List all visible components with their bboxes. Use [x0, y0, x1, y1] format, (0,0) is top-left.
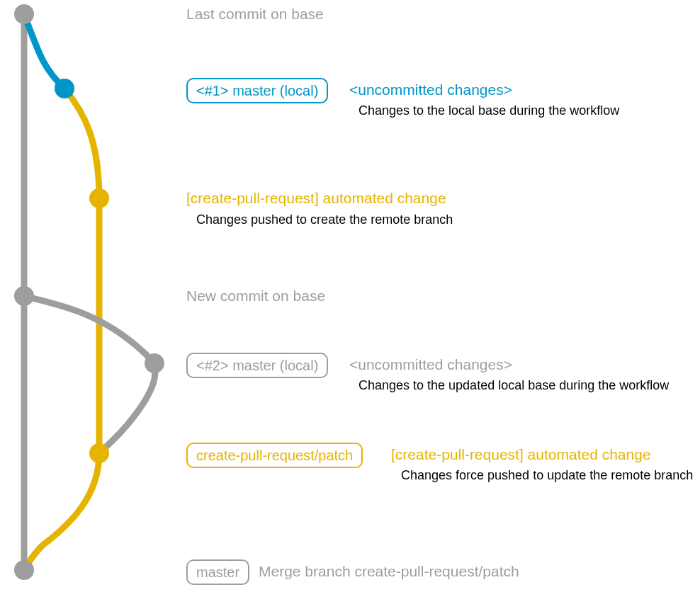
row-cpr-2-message: [create-pull-request] automated change: [391, 446, 651, 463]
line-gold-branch: [24, 89, 99, 570]
row-cpr-1-message: [create-pull-request] automated change: [186, 190, 446, 207]
row-local-2-subtext: Changes to the updated local base during…: [359, 378, 669, 393]
row-cpr-1-subtext: Changes pushed to create the remote bran…: [196, 212, 453, 227]
row-local-2-pill: <#2> master (local): [186, 353, 328, 378]
row-base-last-message: Last commit on base: [186, 6, 324, 23]
row-local-1-subtext: Changes to the local base during the wor…: [359, 103, 619, 118]
row-cpr-2-subtext: Changes force pushed to update the remot…: [401, 468, 693, 483]
dot-merge: [14, 560, 34, 580]
line-blue-local1: [24, 14, 64, 89]
row-cpr-2-pill: create-pull-request/patch: [186, 443, 363, 468]
dot-local-2: [145, 353, 164, 373]
diagram-canvas: Last commit on base<#1> master (local)<u…: [0, 0, 700, 597]
dot-local-1: [55, 79, 74, 98]
dot-cpr-1: [89, 188, 109, 208]
dot-cpr-2: [89, 443, 109, 463]
row-base-new-message: New commit on base: [186, 288, 325, 305]
dot-base-last: [14, 4, 34, 24]
dot-base-new: [14, 286, 34, 306]
line-gray-local2: [24, 296, 155, 453]
row-local-1-message: <uncommitted changes>: [349, 81, 512, 98]
row-local-1-pill: <#1> master (local): [186, 78, 328, 103]
row-local-2-message: <uncommitted changes>: [349, 356, 512, 373]
row-merge-message: Merge branch create-pull-request/patch: [259, 563, 519, 580]
row-merge-pill: master: [186, 559, 249, 585]
